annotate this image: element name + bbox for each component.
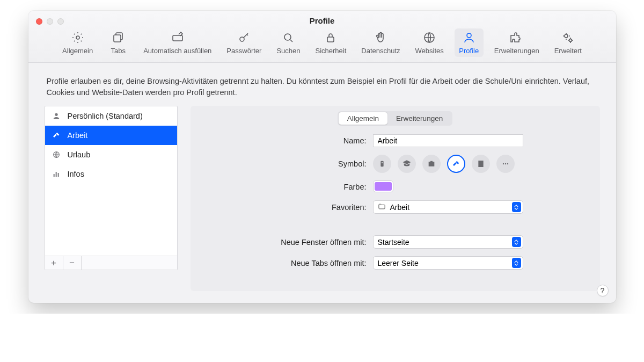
traffic-lights	[28, 11, 71, 25]
toolbar-label: Websites	[415, 47, 444, 55]
sidebar-footer: + −	[45, 256, 177, 270]
tab-passwords[interactable]: Passwörter	[222, 28, 266, 57]
key-icon	[237, 31, 251, 45]
symbol-choice-hammer[interactable]	[447, 155, 465, 173]
lock-icon	[324, 31, 338, 45]
zoom-window-button[interactable]	[57, 18, 64, 25]
toolbar-label: Profile	[459, 47, 479, 55]
color-picker[interactable]	[373, 180, 393, 192]
symbol-choice-building[interactable]	[472, 155, 490, 173]
toolbar-label: Suchen	[276, 47, 300, 55]
person-icon	[52, 111, 61, 121]
symbol-choice-graduation[interactable]	[398, 155, 416, 173]
profile-item-vacation[interactable]: Urlaub	[45, 145, 177, 164]
profile-label: Arbeit	[68, 131, 88, 140]
svg-point-7	[467, 33, 471, 38]
toolbar-label: Datenschutz	[361, 47, 400, 55]
tab-advanced[interactable]: Erweitert	[550, 28, 586, 57]
svg-rect-1	[114, 35, 121, 42]
svg-rect-13	[55, 172, 56, 177]
tabs-icon	[111, 31, 125, 45]
hand-icon	[374, 31, 387, 45]
svg-point-19	[507, 163, 508, 164]
hammer-icon	[52, 131, 61, 140]
profile-item-work[interactable]: Arbeit	[45, 126, 177, 145]
label-color: Farbe:	[200, 183, 367, 191]
svg-point-10	[55, 113, 57, 116]
tab-extensions[interactable]: Erweiterungen	[490, 28, 544, 57]
toolbar-label: Erweitert	[554, 47, 582, 55]
profile-label: Persönlich (Standard)	[68, 112, 143, 120]
tab-tabs[interactable]: Tabs	[104, 28, 133, 57]
new-windows-value: Startseite	[378, 238, 409, 247]
remove-profile-button[interactable]: −	[63, 256, 82, 270]
symbol-choice-briefcase[interactable]	[422, 155, 441, 173]
tab-profile[interactable]: Profile	[455, 28, 484, 57]
favorites-select[interactable]: Arbeit	[373, 200, 523, 214]
person-icon	[462, 31, 476, 45]
tab-allgemein[interactable]: Allgemein	[58, 28, 97, 57]
svg-point-17	[502, 163, 503, 164]
detail-tab-extensions[interactable]: Erweiterungen	[387, 112, 451, 125]
preferences-window: Profile Allgemein Tabs Automatisch ausfü…	[28, 11, 616, 303]
tab-security[interactable]: Sicherheit	[311, 28, 350, 57]
profile-label: Infos	[68, 170, 84, 178]
gear-icon	[71, 31, 85, 45]
tab-search[interactable]: Suchen	[272, 28, 304, 57]
symbol-picker	[373, 155, 590, 173]
label-name: Name:	[200, 136, 367, 145]
symbol-choice-more[interactable]	[496, 155, 515, 173]
svg-rect-2	[173, 35, 182, 41]
profile-detail-panel: Allgemein Erweiterungen Name: Symbol:	[191, 106, 600, 291]
profile-item-personal[interactable]: Persönlich (Standard)	[45, 106, 177, 126]
profile-item-info[interactable]: Infos	[45, 164, 177, 184]
toolbar-label: Passwörter	[226, 47, 261, 55]
profiles-list: Persönlich (Standard) Arbeit Urlaub	[45, 106, 177, 256]
svg-point-9	[569, 39, 572, 42]
close-window-button[interactable]	[36, 18, 42, 25]
description-text: Profile erlauben es dir, deine Browsing-…	[45, 73, 600, 106]
new-windows-select[interactable]: Startseite	[373, 235, 523, 249]
svg-point-3	[240, 37, 244, 41]
svg-rect-14	[57, 173, 58, 177]
chevron-updown-icon	[512, 258, 521, 268]
detail-tab-general[interactable]: Allgemein	[339, 112, 387, 125]
help-button[interactable]: ?	[597, 285, 609, 296]
svg-point-4	[284, 34, 291, 40]
profiles-sidebar: Persönlich (Standard) Arbeit Urlaub	[45, 106, 178, 270]
minimize-window-button[interactable]	[47, 18, 53, 25]
new-tabs-select[interactable]: Leerer Seite	[373, 256, 523, 270]
detail-tabs: Allgemein Erweiterungen	[200, 111, 590, 126]
globe-icon	[52, 150, 61, 160]
toolbar-label: Allgemein	[62, 47, 93, 55]
chevron-updown-icon	[512, 202, 521, 212]
chart-icon	[52, 169, 61, 179]
color-swatch-inner	[375, 182, 392, 191]
titlebar: Profile Allgemein Tabs Automatisch ausfü…	[28, 11, 616, 63]
chevron-updown-icon	[512, 237, 521, 247]
tab-autofill[interactable]: Automatisch ausfüllen	[139, 28, 216, 57]
footer-spacer	[82, 256, 177, 270]
svg-point-0	[76, 36, 79, 39]
search-icon	[281, 31, 295, 45]
tab-privacy[interactable]: Datenschutz	[357, 28, 404, 57]
label-symbol: Symbol:	[200, 160, 367, 168]
svg-point-16	[381, 162, 382, 163]
label-new-windows: Neue Fenster öffnen mit:	[200, 238, 367, 247]
tab-websites[interactable]: Websites	[411, 28, 448, 57]
folder-icon	[378, 202, 386, 212]
puzzle-icon	[510, 31, 524, 45]
label-new-tabs: Neue Tabs öffnen mit:	[200, 259, 367, 267]
globe-icon	[422, 31, 436, 45]
add-profile-button[interactable]: +	[45, 256, 63, 270]
svg-rect-15	[380, 161, 383, 167]
profile-name-input[interactable]	[373, 134, 523, 147]
svg-point-8	[565, 34, 568, 38]
toolbar-label: Automatisch ausfüllen	[143, 47, 211, 55]
preferences-toolbar: Allgemein Tabs Automatisch ausfüllen Pas…	[28, 28, 616, 62]
symbol-choice-badge[interactable]	[373, 155, 391, 173]
svg-rect-12	[53, 174, 54, 177]
content-area: Profile erlauben es dir, deine Browsing-…	[28, 63, 616, 303]
toolbar-label: Tabs	[111, 47, 125, 55]
label-favorites: Favoriten:	[200, 203, 367, 212]
